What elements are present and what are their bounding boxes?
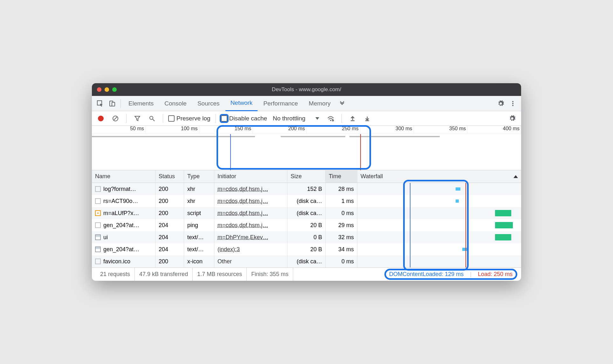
preserve-log-checkbox[interactable]: Preserve log — [168, 115, 210, 122]
table-row[interactable]: m=aLUfP?x… 200 script m=cdos,dpf,hsm,j… … — [92, 207, 521, 219]
close-window-button[interactable] — [97, 87, 101, 92]
panel-settings-gear-icon[interactable] — [506, 113, 518, 124]
sort-asc-icon — [513, 175, 518, 178]
status-finish: Finish: 355 ms — [247, 268, 293, 281]
col-time[interactable]: Time — [326, 170, 357, 183]
status-resources: 1.7 MB resources — [193, 268, 247, 281]
status-transferred: 47.9 kB transferred — [135, 268, 193, 281]
status-dcl: DOMContentLoaded: 129 ms — [389, 271, 464, 278]
tab-network[interactable]: Network — [225, 96, 258, 111]
col-waterfall[interactable]: Waterfall — [357, 170, 521, 183]
tick: 50 ms — [92, 126, 146, 134]
col-size[interactable]: Size — [287, 170, 326, 183]
svg-point-3 — [512, 101, 513, 102]
svg-line-9 — [153, 119, 155, 121]
separator — [341, 114, 342, 123]
separator — [163, 114, 163, 123]
tab-console[interactable]: Console — [159, 96, 192, 111]
col-initiator[interactable]: Initiator — [214, 170, 287, 183]
table-row[interactable]: log?format… 200 xhr m=cdos,dpf,hsm,j… 15… — [92, 183, 521, 195]
more-tabs-icon[interactable] — [336, 98, 348, 109]
kebab-menu-icon[interactable] — [507, 98, 519, 109]
table-row[interactable]: favicon.ico 200 x-icon Other (disk ca… 0… — [92, 255, 521, 267]
upload-har-icon[interactable] — [347, 113, 358, 124]
titlebar: DevTools - www.google.com/ — [92, 83, 521, 96]
throttling-label: No throttling — [273, 115, 305, 122]
record-button[interactable] — [95, 113, 107, 124]
tab-sources[interactable]: Sources — [192, 96, 225, 111]
col-status[interactable]: Status — [155, 170, 184, 183]
status-bar: 21 requests 47.9 kB transferred 1.7 MB r… — [92, 267, 521, 281]
svg-rect-2 — [112, 102, 115, 106]
document-file-icon — [95, 234, 101, 240]
file-icon — [95, 259, 101, 264]
svg-point-4 — [512, 103, 513, 104]
clear-button[interactable] — [110, 113, 121, 124]
separator — [216, 114, 216, 123]
svg-point-8 — [150, 116, 153, 119]
table-header: Name Status Type Initiator Size Time Wat… — [92, 170, 521, 183]
file-icon — [95, 198, 101, 204]
table-body: log?format… 200 xhr m=cdos,dpf,hsm,j… 15… — [92, 183, 521, 267]
status-requests: 21 requests — [96, 268, 135, 281]
col-name[interactable]: Name — [92, 170, 155, 183]
network-toolbar: Preserve log Disable cache No throttling — [92, 111, 521, 126]
script-file-icon — [95, 210, 101, 216]
minimize-window-button[interactable] — [105, 87, 109, 92]
network-conditions-icon[interactable] — [325, 113, 336, 124]
preserve-log-label: Preserve log — [176, 115, 210, 122]
document-file-icon — [95, 246, 101, 252]
svg-point-10 — [330, 120, 331, 121]
svg-line-7 — [114, 117, 117, 120]
settings-gear-icon[interactable] — [495, 98, 506, 109]
separator — [126, 114, 127, 123]
filter-icon[interactable] — [132, 113, 143, 124]
window-title: DevTools - www.google.com/ — [92, 86, 521, 93]
svg-point-5 — [512, 105, 513, 106]
col-type[interactable]: Type — [184, 170, 214, 183]
separator — [121, 99, 121, 108]
timeline-overview[interactable]: 50 ms 100 ms 150 ms 200 ms 250 ms 300 ms… — [92, 126, 521, 170]
maximize-window-button[interactable] — [112, 87, 117, 92]
devtools-window: DevTools - www.google.com/ Elements Cons… — [92, 83, 521, 281]
tabs-row: Elements Console Sources Network Perform… — [92, 96, 521, 111]
traffic-lights — [92, 87, 117, 92]
tab-performance[interactable]: Performance — [258, 96, 303, 111]
file-icon — [95, 186, 101, 192]
status-load: Load: 250 ms — [478, 271, 513, 278]
tab-memory[interactable]: Memory — [304, 96, 336, 111]
tab-elements[interactable]: Elements — [123, 96, 159, 111]
file-icon — [95, 222, 101, 228]
overview-body — [92, 134, 521, 170]
tick: 350 ms — [414, 126, 468, 134]
chevron-down-icon — [315, 117, 319, 120]
inspect-element-icon[interactable] — [94, 98, 106, 109]
tick: 400 ms — [467, 126, 521, 134]
table-row[interactable]: gen_204?at… 204 ping m=cdos,dpf,hsm,j… 2… — [92, 219, 521, 231]
throttling-select[interactable]: No throttling — [270, 115, 322, 122]
annotation-highlight: DOMContentLoaded: 129 ms | Load: 250 ms — [384, 269, 517, 280]
annotation-highlight — [217, 125, 371, 170]
disable-cache-checkbox[interactable]: Disable cache — [221, 115, 267, 122]
table-row[interactable]: gen_204?at… 204 text/… (index):3 20 B 34… — [92, 243, 521, 255]
disable-cache-label: Disable cache — [229, 115, 267, 122]
search-icon[interactable] — [146, 113, 158, 124]
device-toggle-icon[interactable] — [107, 98, 118, 109]
table-row[interactable]: ui 204 text/… m=DhPYme,Ekev… 0 B 32 ms — [92, 231, 521, 243]
download-har-icon[interactable] — [362, 113, 373, 124]
tick: 100 ms — [146, 126, 199, 134]
table-row[interactable]: rs=ACT90o… 200 xhr m=cdos,dpf,hsm,j… (di… — [92, 195, 521, 207]
